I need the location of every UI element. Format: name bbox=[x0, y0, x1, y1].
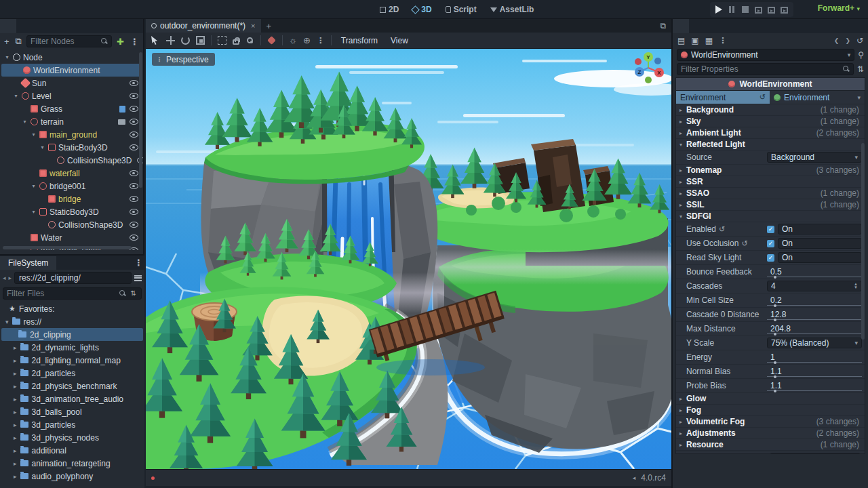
view-menu[interactable]: View bbox=[387, 36, 412, 45]
scene-tree-row[interactable]: ▾ StaticBody3D bbox=[0, 205, 143, 218]
expand-arrow-icon[interactable]: ▸ bbox=[679, 407, 686, 413]
file-row[interactable]: ▾ ★ res:// bbox=[0, 315, 144, 328]
expand-arrow-icon[interactable]: ▸ bbox=[14, 422, 17, 428]
expand-arrow-icon[interactable]: ▾ bbox=[39, 144, 45, 150]
stop-button[interactable] bbox=[742, 6, 749, 13]
expand-arrow-icon[interactable]: ▸ bbox=[679, 396, 686, 402]
property-row[interactable]: Probe Bias ↺ ✓ 1.1 ▲▼ ▾ bbox=[676, 379, 865, 393]
visibility-eye-icon[interactable] bbox=[130, 209, 138, 215]
object-history-icon[interactable]: ↺ bbox=[856, 36, 863, 45]
expand-arrow-icon[interactable]: ▸ bbox=[14, 370, 17, 377]
file-row[interactable]: ★ Favorites: bbox=[0, 302, 144, 315]
menu-item[interactable] bbox=[7, 7, 19, 12]
expand-arrow-icon[interactable]: ▾ bbox=[31, 183, 37, 189]
scene-tree-row[interactable]: ▾ main_ground bbox=[0, 128, 143, 141]
value-field[interactable]: 1.1 ▲▼ ▾ bbox=[767, 380, 862, 391]
checkbox-icon[interactable]: ✓ bbox=[767, 240, 774, 247]
scene-tree-row[interactable]: ▾ bridge001 bbox=[0, 180, 143, 192]
collapse-icon[interactable]: ◂ bbox=[633, 474, 636, 481]
pin-icon[interactable]: ⚲ bbox=[858, 50, 864, 60]
property-row[interactable]: Min Cell Size ↺ ✓ 0.2 ▲▼ ▾ bbox=[676, 293, 865, 308]
checkbox-icon[interactable]: ✓ bbox=[767, 254, 774, 262]
expand-arrow-icon[interactable]: ▾ bbox=[679, 214, 686, 220]
navigation-gizmo[interactable]: Y X Z bbox=[629, 52, 667, 87]
property-row[interactable]: ▾ Reflected Light ↺ ✓ ▲▼ ▾ bbox=[676, 139, 865, 150]
file-row[interactable]: ▸ ★ 3d_particles bbox=[0, 418, 144, 431]
visibility-eye-icon[interactable] bbox=[130, 80, 138, 86]
menu-item[interactable] bbox=[34, 7, 46, 12]
visibility-eye-icon[interactable] bbox=[130, 144, 138, 150]
viewport-3d[interactable]: ⋮ Perspective bbox=[146, 49, 671, 469]
group-icon[interactable] bbox=[247, 37, 253, 43]
inspector-scrollbar[interactable] bbox=[861, 143, 865, 340]
property-row[interactable]: Max Distance ↺ ✓ 204.8 ▲▼ ▾ bbox=[676, 322, 865, 336]
expand-arrow-icon[interactable]: ▸ bbox=[679, 107, 686, 113]
sun-toggle-icon[interactable]: ☼ bbox=[289, 36, 297, 45]
property-row[interactable]: Read Sky Light ↺ ✓ On ▲▼ ▾ bbox=[676, 251, 865, 265]
file-row[interactable]: ▸ ★ 2d_dynamic_lights bbox=[0, 341, 144, 354]
scene-tree-row[interactable]: CollisionShape3D bbox=[0, 154, 143, 167]
expand-arrow-icon[interactable]: ▸ bbox=[14, 460, 17, 467]
ruler-mode-icon[interactable] bbox=[267, 36, 276, 45]
value-field[interactable]: Background ▲▼ ▾ bbox=[767, 152, 862, 163]
scene-tree-hscrollbar[interactable] bbox=[3, 246, 132, 249]
stepper-arrows-icon[interactable]: ▲▼ bbox=[854, 283, 858, 289]
expand-arrow-icon[interactable]: ▸ bbox=[679, 119, 686, 125]
filter-nodes-input[interactable]: Filter Nodes bbox=[26, 35, 112, 47]
bottom-tab[interactable] bbox=[189, 476, 199, 480]
visibility-eye-icon[interactable] bbox=[130, 119, 138, 125]
expand-arrow-icon[interactable]: ▸ bbox=[679, 179, 686, 185]
menu-item[interactable] bbox=[47, 7, 60, 12]
value-field[interactable]: 75% (Balanced) ▲▼ ▾ bbox=[767, 338, 862, 348]
visibility-eye-icon[interactable] bbox=[130, 235, 138, 241]
property-row[interactable]: Energy ↺ ✓ 1 ▲▼ ▾ bbox=[676, 350, 865, 365]
attach-script-button[interactable]: ✚ bbox=[115, 37, 125, 47]
value-field[interactable]: 4 ▲▼ ▾ bbox=[767, 281, 862, 291]
file-row[interactable]: ▸ ★ 3d_physics_nodes bbox=[0, 431, 144, 444]
expand-arrow-icon[interactable]: ▾ bbox=[5, 319, 9, 325]
property-row[interactable]: ▸ Adjustments ↺ (2 changes) ✓ ▲▼ ▾ bbox=[676, 428, 865, 439]
property-row[interactable]: ▸ SSIL ↺ (1 change) ✓ ▲▼ ▾ bbox=[676, 199, 865, 211]
expand-arrow-icon[interactable]: ▸ bbox=[14, 447, 17, 454]
bottom-tab[interactable] bbox=[199, 476, 210, 480]
visibility-eye-icon[interactable] bbox=[130, 131, 138, 138]
expand-arrow-icon[interactable]: ▸ bbox=[14, 409, 17, 415]
movie-maker-button[interactable] bbox=[781, 7, 788, 14]
bottom-tab[interactable] bbox=[156, 476, 167, 480]
visibility-eye-icon[interactable] bbox=[130, 93, 138, 99]
property-row[interactable]: Cascade 0 Distance ↺ ✓ 12.8 ▲▼ ▾ bbox=[676, 308, 865, 322]
viewport-options-icon[interactable]: ⋮ bbox=[317, 36, 325, 45]
file-row[interactable]: ▸ ★ 2d_physics_benchmark bbox=[0, 380, 144, 392]
visibility-eye-icon[interactable] bbox=[130, 183, 138, 189]
property-row[interactable]: ▸ Ambient Light ↺ (2 changes) ✓ ▲▼ ▾ bbox=[676, 127, 865, 139]
history-back-icon[interactable]: ❮ bbox=[834, 37, 840, 44]
sort-files-icon[interactable]: ⇅ bbox=[130, 289, 138, 297]
filesystem-title[interactable]: FileSystem bbox=[0, 256, 56, 270]
environment-resource-row[interactable]: Environment ↺ Environment ▾ bbox=[676, 91, 865, 104]
scene-tree-row[interactable]: ▾ terrain bbox=[0, 115, 143, 128]
bottom-tab[interactable] bbox=[178, 476, 189, 480]
visibility-eye-icon[interactable] bbox=[130, 106, 138, 112]
expand-viewport-icon[interactable]: ⧉ bbox=[660, 21, 671, 30]
property-options-icon[interactable]: ⇅ bbox=[857, 64, 864, 74]
property-row[interactable]: Source ↺ ✓ Background ▲▼ ▾ bbox=[676, 150, 865, 165]
scene-tree-row[interactable]: Water bbox=[0, 231, 143, 244]
instance-scene-button[interactable]: ⧉ bbox=[14, 36, 23, 47]
property-row[interactable]: Y Scale ↺ ✓ 75% (Balanced) ▲▼ ▾ bbox=[676, 336, 865, 350]
expand-arrow-icon[interactable]: ▾ bbox=[679, 142, 686, 148]
tree-options-button[interactable]: ⋮ bbox=[129, 37, 140, 47]
scene-tree-row[interactable]: ▾ Node bbox=[0, 51, 143, 64]
expand-arrow-icon[interactable]: ▸ bbox=[14, 396, 17, 403]
scene-tree-row[interactable]: ▾ Level bbox=[0, 89, 143, 102]
filesystem-options-button[interactable]: ⋮ bbox=[133, 258, 144, 268]
camera-attributes-row[interactable]: Camera Attributes <empty> ▾ bbox=[676, 451, 865, 454]
rotate-tool-icon[interactable] bbox=[181, 36, 190, 45]
bottom-tab[interactable] bbox=[167, 476, 178, 480]
expand-arrow-icon[interactable]: ▾ bbox=[31, 131, 37, 138]
close-icon[interactable]: × bbox=[249, 22, 255, 30]
file-row[interactable]: ▸ ★ 3d_balls_pool bbox=[0, 405, 144, 418]
scene-tree-row[interactable]: waterfall bbox=[0, 167, 143, 180]
file-row[interactable]: ▸ ★ 2d_lighting_normal_map bbox=[0, 354, 144, 367]
play-button[interactable] bbox=[715, 5, 722, 14]
dock-tab[interactable] bbox=[705, 19, 722, 33]
